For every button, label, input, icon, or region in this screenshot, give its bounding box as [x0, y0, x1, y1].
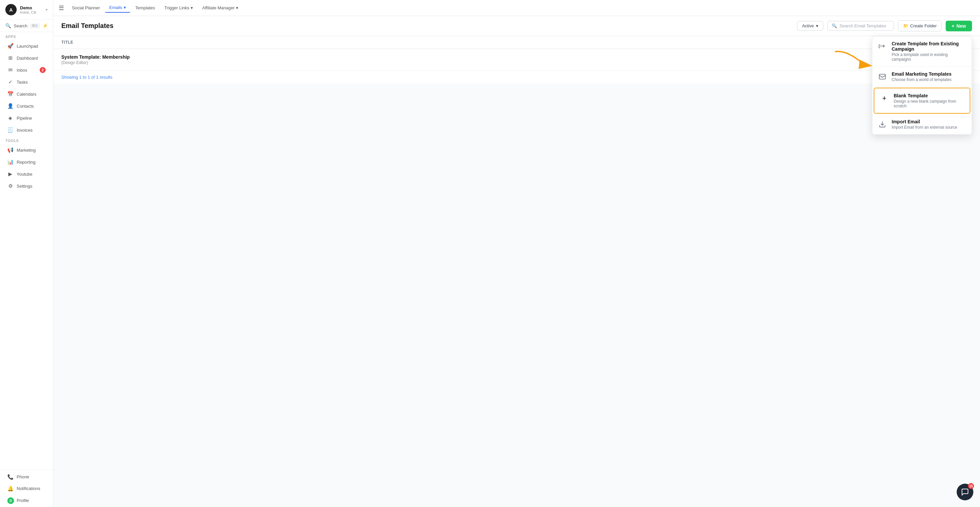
chat-bubble[interactable]: 15 [957, 484, 973, 500]
dropdown-item-title: Email Marketing Templates [892, 72, 966, 77]
filter-label: Active [802, 23, 814, 28]
dropdown-item-desc: Pick a template used in existing campaig… [892, 52, 966, 62]
dropdown-item-content: Import Email Import Email from an extern… [892, 119, 966, 130]
youtube-icon: ▶ [7, 171, 13, 177]
chevron-down-icon: ▾ [191, 5, 193, 10]
dropdown-item-content: Blank Template Design a new blank campai… [894, 93, 964, 108]
sidebar-item-label: Profile [17, 498, 29, 503]
dropdown-item-import-email[interactable]: Import Email Import Email from an extern… [872, 114, 972, 134]
profile-icon: D [7, 497, 13, 504]
invoices-icon: 🧾 [7, 127, 13, 133]
chat-badge: 15 [968, 483, 974, 489]
bolt-icon: ⚡ [42, 23, 48, 28]
search-templates-input[interactable]: 🔍 Search Email Templates [827, 21, 894, 31]
email-marketing-icon [878, 72, 887, 81]
content-header: Email Templates Active ▾ 🔍 Search Email … [53, 16, 980, 36]
sidebar-search[interactable]: 🔍 Search ⌘K ⚡ [0, 20, 53, 32]
sidebar-item-dashboard[interactable]: ⊞ Dashboard [2, 52, 51, 64]
sidebar-item-youtube[interactable]: ▶ Youtube [2, 168, 51, 180]
sidebar-item-calendars[interactable]: 📅 Calendars [2, 88, 51, 100]
page-title: Email Templates [61, 22, 793, 30]
new-button[interactable]: + New [946, 21, 972, 31]
sidebar-item-inbox[interactable]: ✉ Inbox 2 [2, 64, 51, 76]
sidebar-item-pipeline[interactable]: ◈ Pipeline [2, 112, 51, 124]
dropdown-item-from-campaign[interactable]: Create Template from Existing Campaign P… [872, 37, 972, 67]
calendars-icon: 📅 [7, 91, 13, 97]
marketing-icon: 📢 [7, 147, 13, 153]
nav-label: Emails [109, 5, 123, 10]
sidebar-item-label: Settings [17, 184, 32, 189]
campaign-icon [878, 42, 887, 51]
chevron-down-icon: ▾ [816, 23, 818, 28]
dropdown-item-title: Create Template from Existing Campaign [892, 41, 966, 52]
new-dropdown-menu: Create Template from Existing Campaign P… [872, 36, 972, 135]
chevron-down-icon: ▾ [46, 8, 48, 12]
import-icon [878, 120, 887, 129]
hamburger-icon[interactable]: ☰ [59, 4, 64, 12]
user-info: Demo Irvine, CA [20, 5, 42, 14]
sidebar-item-profile[interactable]: D Profile [2, 495, 51, 507]
sidebar-item-label: Reporting [17, 160, 35, 165]
sidebar-bottom: 📞 Phone 🔔 Notifications D Profile [0, 469, 53, 507]
plus-circle-icon: + [880, 94, 889, 103]
search-icon: 🔍 [832, 23, 837, 28]
contacts-icon: 👤 [7, 103, 13, 109]
dropdown-item-title: Import Email [892, 119, 966, 124]
chevron-down-icon: ▾ [124, 5, 126, 10]
column-title: TITLE [61, 40, 892, 45]
nav-label: Templates [135, 5, 155, 10]
templates-table: TITLE LAST UPDATED System Template: Memb… [53, 36, 980, 84]
dropdown-item-desc: Choose from a world of templates [892, 77, 966, 82]
showing-results: Showing 1 to 1 of 1 results [53, 71, 980, 84]
sidebar-item-settings[interactable]: ⚙ Settings [2, 180, 51, 192]
row-title-cell: System Template: Membership (Design Edit… [61, 54, 892, 65]
sidebar-item-notifications[interactable]: 🔔 Notifications [2, 483, 51, 494]
sidebar-item-label: Inbox [17, 68, 27, 73]
settings-icon: ⚙ [7, 183, 13, 189]
svg-rect-0 [879, 74, 885, 79]
nav-item-templates[interactable]: Templates [131, 3, 159, 12]
create-folder-button[interactable]: 📁 Create Folder [898, 20, 942, 31]
new-label: New [956, 23, 966, 29]
table-row[interactable]: System Template: Membership (Design Edit… [53, 49, 980, 71]
inbox-icon: ✉ [7, 67, 13, 73]
nav-item-social-planner[interactable]: Social Planner [68, 3, 104, 12]
sidebar-item-phone[interactable]: 📞 Phone [2, 471, 51, 483]
sidebar-item-label: Marketing [17, 148, 36, 153]
nav-item-emails[interactable]: Emails ▾ [105, 3, 130, 13]
create-folder-label: Create Folder [910, 23, 937, 28]
sidebar-item-label: Tasks [17, 79, 28, 85]
nav-item-affiliate-manager[interactable]: Affiliate Manager ▾ [198, 3, 242, 12]
sidebar-item-invoices[interactable]: 🧾 Invoices [2, 124, 51, 136]
dropdown-item-content: Create Template from Existing Campaign P… [892, 41, 966, 62]
dropdown-item-title: Blank Template [894, 93, 964, 99]
user-location: Irvine, CA [20, 10, 42, 14]
sidebar-header[interactable]: A Demo Irvine, CA ▾ [0, 0, 53, 20]
sidebar-item-label: Dashboard [17, 56, 38, 61]
search-placeholder: Search Email Templates [840, 23, 886, 28]
sidebar-item-launchpad[interactable]: 🚀 Launchpad [2, 40, 51, 52]
nav-label: Social Planner [72, 5, 100, 10]
active-filter-button[interactable]: Active ▾ [797, 21, 823, 31]
user-name: Demo [20, 5, 42, 10]
sidebar-item-label: Youtube [17, 172, 32, 176]
sidebar-item-label: Phone [17, 474, 29, 479]
sidebar-item-tasks[interactable]: ✓ Tasks [2, 76, 51, 87]
pipeline-icon: ◈ [7, 115, 13, 121]
sidebar: A Demo Irvine, CA ▾ 🔍 Search ⌘K ⚡ Apps 🚀… [0, 0, 53, 507]
nav-item-trigger-links[interactable]: Trigger Links ▾ [160, 3, 197, 12]
search-label: Search [14, 23, 27, 28]
top-navigation: ☰ Social Planner Emails ▾ Templates Trig… [53, 0, 980, 16]
apps-section-label: Apps [0, 32, 53, 40]
dropdown-item-desc: Design a new blank campaign from scratch [894, 99, 964, 108]
sidebar-item-contacts[interactable]: 👤 Contacts [2, 100, 51, 112]
dropdown-item-marketing-templates[interactable]: Email Marketing Templates Choose from a … [872, 67, 972, 87]
tasks-icon: ✓ [7, 79, 13, 85]
sidebar-item-label: Invoices [17, 128, 33, 133]
sidebar-item-marketing[interactable]: 📢 Marketing [2, 144, 51, 156]
dropdown-item-blank-template[interactable]: + Blank Template Design a new blank camp… [873, 87, 970, 114]
plus-icon: + [952, 23, 955, 29]
sidebar-item-reporting[interactable]: 📊 Reporting [2, 156, 51, 168]
nav-label: Trigger Links [164, 5, 189, 10]
phone-icon: 📞 [7, 474, 13, 480]
